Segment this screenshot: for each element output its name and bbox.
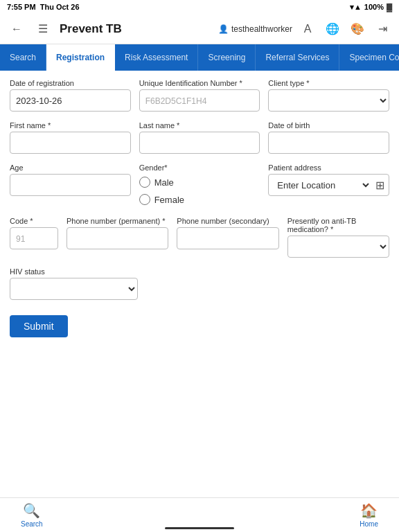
patient-address-label: Patient address [268, 163, 389, 172]
date-of-registration-group: Date of registration [10, 79, 131, 112]
date-of-birth-label: Date of birth [268, 121, 389, 130]
bottom-nav-home[interactable]: 🏠 Home [360, 502, 378, 528]
client-type-select[interactable]: Client Type A Client Type B [268, 89, 389, 112]
battery-icon: ▓ [387, 3, 392, 11]
date-of-registration-input[interactable] [10, 89, 131, 112]
date-of-birth-input[interactable] [268, 132, 389, 154]
age-label: Age [10, 163, 131, 172]
first-name-input[interactable] [10, 132, 131, 154]
status-bar: 7:55 PM Thu Oct 26 ▾▲ 100% ▓ [0, 0, 399, 14]
form-row-2: First name * Last name * Date of birth [10, 121, 389, 154]
phone-secondary-input[interactable] [177, 227, 278, 249]
location-wrapper: Enter Location ⊞ [268, 174, 389, 196]
translate-button[interactable]: A [298, 19, 317, 39]
form-row-1: Date of registration Unique Identificati… [10, 79, 389, 112]
form-row-5: HIV status Positive Negative Unknown [10, 267, 389, 300]
location-select[interactable]: Enter Location [269, 175, 371, 195]
patient-address-group: Patient address Enter Location ⊞ [268, 163, 389, 207]
anti-tb-label: Presently on anti-TB medication? * [287, 217, 389, 233]
back-button[interactable]: ← [7, 19, 26, 39]
phone-permanent-input[interactable] [66, 227, 168, 249]
phone-secondary-group: Phone number (secondary) [177, 217, 278, 258]
gender-male-radio[interactable] [139, 177, 150, 188]
home-icon: 🏠 [360, 502, 378, 519]
gender-radio-group: Male Female [139, 174, 260, 207]
form-row-3: Age Gender* Male Female Patient address … [10, 163, 389, 207]
top-nav-right: 👤 testhealthworker A 🌐 🎨 ⇥ [218, 19, 392, 39]
gender-group: Gender* Male Female [139, 163, 260, 207]
phone-permanent-label: Phone number (permanent) * [66, 217, 168, 225]
search-icon: 🔍 [23, 502, 40, 519]
tab-search[interactable]: Search [0, 44, 46, 71]
tab-screening[interactable]: Screening [198, 44, 256, 71]
hiv-status-select[interactable]: Positive Negative Unknown [10, 278, 138, 300]
code-input[interactable] [10, 227, 58, 249]
last-name-group: Last name * [139, 121, 260, 154]
tab-risk-assessment[interactable]: Risk Assessment [115, 44, 198, 71]
language-button[interactable]: 🌐 [323, 19, 342, 39]
hiv-status-group: HIV status Positive Negative Unknown [10, 267, 138, 300]
user-info: 👤 testhealthworker [218, 24, 292, 34]
bottom-nav-search-label: Search [21, 520, 43, 528]
tab-bar: Search Registration Risk Assessment Scre… [0, 44, 399, 71]
app-title: Prevent TB [60, 22, 122, 36]
top-nav-left: ← ☰ Prevent TB [7, 19, 122, 39]
phone-permanent-group: Phone number (permanent) * [66, 217, 168, 258]
top-nav: ← ☰ Prevent TB 👤 testhealthworker A 🌐 🎨 … [0, 14, 399, 44]
last-name-label: Last name * [139, 121, 260, 130]
code-label: Code * [10, 217, 58, 225]
form-row-4: Code * Phone number (permanent) * Phone … [10, 217, 389, 258]
username: testhealthworker [231, 24, 292, 34]
unique-id-group: Unique Identification Number * [139, 79, 260, 112]
form-area: Date of registration Unique Identificati… [0, 71, 399, 497]
gender-male-option[interactable]: Male [139, 177, 260, 188]
age-group: Age [10, 163, 131, 207]
gender-female-radio[interactable] [139, 194, 150, 205]
date-of-birth-group: Date of birth [268, 121, 389, 154]
age-input[interactable] [10, 174, 131, 196]
menu-button[interactable]: ☰ [33, 19, 53, 39]
gender-label: Gender* [139, 163, 260, 172]
bottom-nav-search[interactable]: 🔍 Search [21, 502, 43, 528]
home-indicator [165, 527, 234, 529]
first-name-label: First name * [10, 121, 131, 130]
status-time: 7:55 PM Thu Oct 26 [7, 3, 80, 11]
hiv-status-label: HIV status [10, 267, 138, 276]
phone-secondary-label: Phone number (secondary) [177, 217, 278, 225]
export-button[interactable]: ⇥ [373, 19, 392, 39]
unique-id-input[interactable] [139, 89, 260, 112]
gender-male-label: Male [154, 177, 174, 188]
theme-button[interactable]: 🎨 [348, 19, 367, 39]
gender-female-option[interactable]: Female [139, 194, 260, 205]
client-type-group: Client type * Client Type A Client Type … [268, 79, 389, 112]
tab-specimen-collection[interactable]: Specimen Collection [339, 44, 399, 71]
first-name-group: First name * [10, 121, 131, 154]
bottom-nav-home-label: Home [360, 520, 378, 528]
battery-percentage: 100% [364, 3, 384, 11]
date-of-registration-label: Date of registration [10, 79, 131, 87]
submit-button[interactable]: Submit [10, 315, 68, 337]
anti-tb-select[interactable]: Yes No [287, 236, 389, 258]
map-icon[interactable]: ⊞ [371, 179, 389, 192]
unique-id-label: Unique Identification Number * [139, 79, 260, 87]
tab-registration[interactable]: Registration [46, 44, 115, 71]
code-group: Code * [10, 217, 58, 258]
status-indicators: ▾▲ 100% ▓ [350, 3, 392, 12]
user-icon: 👤 [218, 24, 229, 34]
tab-referral-services[interactable]: Referral Services [256, 44, 339, 71]
client-type-label: Client type * [268, 79, 389, 87]
last-name-input[interactable] [139, 132, 260, 154]
gender-female-label: Female [154, 195, 184, 205]
anti-tb-group: Presently on anti-TB medication? * Yes N… [287, 217, 389, 258]
wifi-icon: ▾▲ [350, 3, 362, 12]
